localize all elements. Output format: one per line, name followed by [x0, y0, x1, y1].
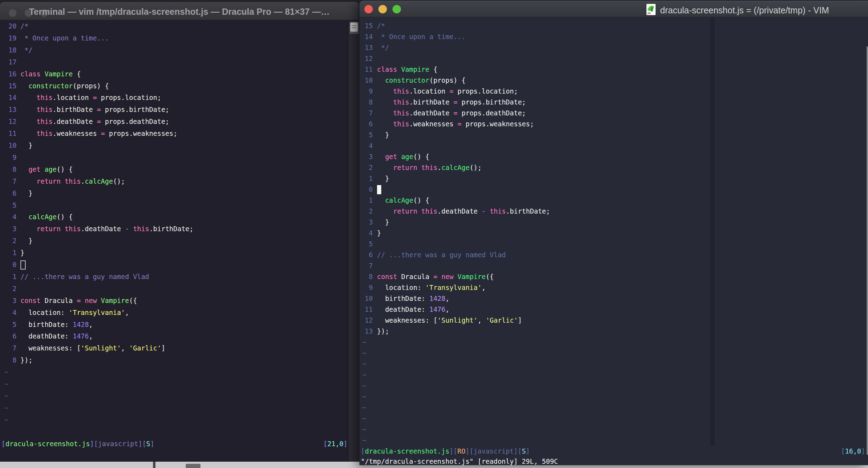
code-token: , [478, 316, 486, 324]
code-line: 6 } [0, 188, 350, 200]
code-token [20, 118, 37, 125]
code-text: birthDate: 1428, [20, 319, 93, 331]
code-token [377, 109, 393, 117]
code-token [397, 153, 401, 160]
macvim-titlebar[interactable]: JS dracula-screenshot.js = (/private/tmp… [359, 1, 868, 17]
code-token: } [377, 218, 389, 226]
code-line: 9 [0, 152, 350, 164]
code-token: /* [377, 22, 385, 30]
code-line: 11 deathDate: 1476, [359, 304, 868, 315]
code-token: Vampire [401, 65, 429, 73]
code-token: this [421, 207, 438, 215]
code-line: 15 constructor(props) { [0, 80, 350, 92]
code-token: .deathDate [438, 207, 482, 215]
code-token: new [85, 297, 97, 304]
code-line: 11class Vampire { [359, 64, 868, 75]
code-text: this.birthDate = props.birthDate; [377, 97, 526, 108]
tilde-line: ~ [359, 348, 868, 359]
zoom-button-icon[interactable] [392, 5, 401, 13]
code-text: /* [20, 22, 28, 32]
code-token: .weaknesses [409, 120, 458, 128]
code-token: ({ [129, 297, 137, 304]
code-text: location: 'Transylvania', [377, 282, 486, 293]
minimize-button-icon[interactable] [378, 5, 387, 13]
code-token: deathDate: [20, 332, 73, 340]
code-token: } [377, 175, 389, 182]
code-line: 3 } [359, 217, 868, 228]
code-token: Dracula [40, 297, 77, 304]
code-token [377, 153, 385, 160]
code-line: 18 */ [0, 44, 350, 56]
macvim-buffer[interactable]: 15/*14 * Once upon a time...13 */1211cla… [359, 18, 868, 465]
code-text: birthDate: 1428, [377, 293, 449, 304]
close-button-icon[interactable] [364, 5, 373, 13]
code-text: get age() { [377, 151, 429, 162]
code-text: const Dracula = new Vampire({ [20, 295, 137, 307]
code-line: 10 constructor(props) { [359, 75, 868, 86]
code-token: props.location; [453, 87, 518, 95]
code-token: (); [113, 177, 125, 185]
statusline-cursor-position: [16,0] [841, 446, 865, 457]
code-token: * Once upon a time... [377, 33, 466, 40]
terminal-scrollbar-top [350, 22, 359, 34]
line-number: 2 [359, 206, 373, 217]
line-number: 7 [359, 108, 373, 119]
code-line: 7 weaknesses: ['Sunlight', 'Garlic'] [0, 342, 350, 354]
code-token: .location [53, 94, 93, 101]
tilde-glyph: ~ [362, 435, 366, 446]
tilde-line: ~ [0, 390, 350, 402]
line-number: 13 [359, 42, 373, 53]
code-token: this [37, 106, 53, 113]
code-token: () { [413, 196, 429, 204]
code-token: this [65, 177, 81, 185]
code-token: [javascript] [470, 447, 518, 455]
code-text: } [377, 217, 389, 228]
code-text: // ...there was a guy named Vlad [377, 249, 506, 260]
code-line: 1} [0, 247, 350, 259]
code-token: 'Transylvania' [425, 284, 481, 291]
code-line: 6 this.weaknesses = props.weaknesses; [359, 119, 868, 129]
code-token: , [481, 284, 485, 291]
code-line: 7 [359, 260, 868, 271]
code-token: () { [413, 153, 429, 160]
line-number: 9 [359, 86, 373, 97]
code-token: 1428 [429, 295, 446, 302]
tilde-line: ~ [0, 414, 350, 426]
statusline-cursor-position: [21,0] [323, 438, 347, 450]
terminal-scrollbar-track[interactable] [349, 22, 359, 462]
code-text: * Once upon a time... [377, 31, 466, 42]
line-number: 14 [359, 31, 373, 42]
code-token: */ [377, 44, 389, 51]
code-line: 2 [0, 283, 350, 295]
tilde-line: ~ [359, 413, 868, 424]
code-text: this.location = props.location; [377, 86, 518, 97]
line-number: 8 [0, 164, 17, 176]
code-text: weaknesses: ['Sunlight', 'Garlic'] [20, 342, 165, 354]
code-line: 12 this.deathDate = props.deathDate; [0, 116, 350, 128]
code-line: 16class Vampire { [0, 68, 350, 80]
code-token: 1476 [73, 332, 89, 340]
terminal-vim-buffer[interactable]: 20/*19 * Once upon a time...18 */1716cla… [0, 22, 350, 462]
code-text: // ...there was a guy named Vlad [20, 271, 149, 283]
code-token: () { [57, 213, 73, 221]
code-token: ] [526, 447, 530, 455]
code-line: 1 calcAge() { [359, 195, 868, 206]
code-token: [ [142, 440, 146, 448]
terminal-window: Terminal — vim /tmp/dracula-screenshot.j… [0, 2, 359, 462]
tilde-glyph: ~ [362, 424, 366, 435]
code-token: const [20, 297, 40, 304]
line-number: 11 [359, 64, 373, 75]
code-text: this.birthDate = props.birthDate; [20, 104, 169, 116]
code-token: S [522, 447, 526, 455]
terminal-scrollbar-thumb[interactable] [350, 23, 358, 32]
code-token [40, 165, 44, 173]
code-line: 17 [0, 56, 350, 68]
code-text: weaknesses: ['Sunlight', 'Garlic'] [377, 315, 522, 326]
line-number: 5 [359, 129, 373, 140]
line-number: 0 [359, 184, 373, 195]
code-token [377, 207, 393, 215]
code-token: [ [841, 447, 845, 455]
line-number: 4 [359, 140, 373, 151]
scrollbar-grip-icon [352, 27, 356, 28]
terminal-titlebar[interactable]: Terminal — vim /tmp/dracula-screenshot.j… [0, 2, 359, 20]
